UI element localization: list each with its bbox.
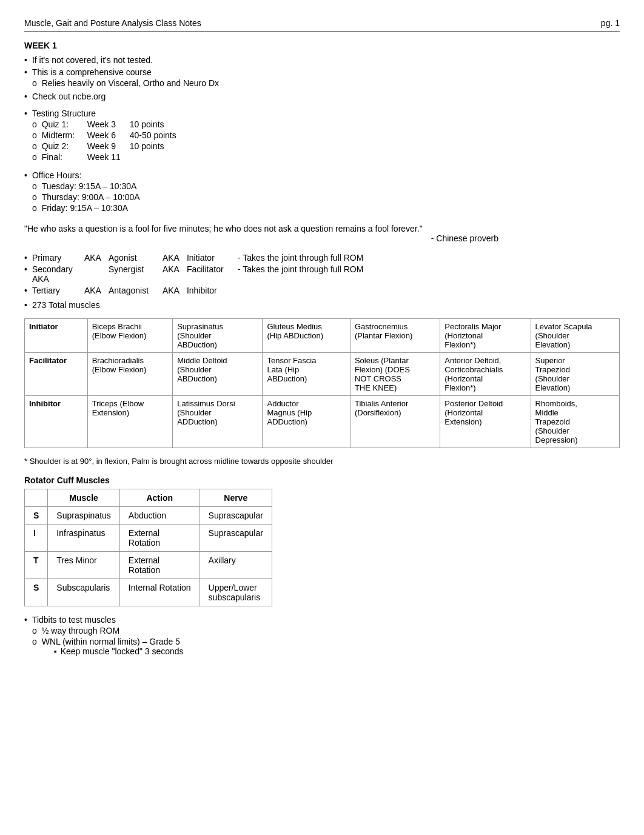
rc-nerve: Suprascapular [200, 525, 272, 552]
final-label: Final: [42, 152, 87, 162]
rc-muscle: Subscapularis [48, 579, 120, 606]
main-table-cell: Brachioradialis (Elbow Flexion) [87, 353, 173, 396]
rc-letter: T [25, 552, 48, 579]
main-table-row-header: Facilitator [25, 353, 88, 396]
term-primary-term1: Agonist [109, 253, 160, 263]
term-tertiary-label: Tertiary [32, 286, 82, 295]
term-primary-label: Primary [32, 253, 82, 263]
term-tertiary-term1: Antagonist [109, 286, 160, 295]
midterm-label: Midterm: [42, 130, 87, 140]
term-primary-aka1: AKA [84, 253, 106, 263]
midterm-points: 40-50 points [130, 130, 176, 140]
sub-bullet-list: Relies heavily on Visceral, Ortho and Ne… [32, 78, 219, 88]
office-thursday: Thursday: 9:00A – 10:00A [32, 192, 140, 202]
rc-action: Abduction [119, 507, 200, 525]
office-hours-section: Office Hours: Tuesday: 9:15A – 10:30A Th… [24, 170, 620, 214]
main-table-cell: Biceps Brachii (Elbow Flexion) [87, 319, 173, 353]
office-hours-sub-list: Tuesday: 9:15A – 10:30A Thursday: 9:00A … [32, 181, 140, 213]
testing-structure-item: Testing Structure Quiz 1: Week 3 10 poin… [24, 109, 620, 163]
week-bullets: If it's not covered, it's not tested. Th… [24, 55, 620, 101]
rc-header-blank [25, 489, 48, 507]
term-primary-desc: - Takes the joint through full ROM [238, 253, 364, 263]
main-table-cell: Superior Trapeziod (Shoulder Elevation) [531, 353, 619, 396]
main-table-cell: Gastrocnemius (Plantar Flexion) [350, 319, 440, 353]
main-table-cell: Latissimus Dorsi (Shoulder ADDuction) [173, 396, 263, 448]
term-tertiary-term2: Inhibitor [187, 286, 235, 295]
main-table-cell: Tibialis Anterior (Dorsiflexion) [350, 396, 440, 448]
quiz2-week: Week 9 [87, 141, 130, 151]
week-label: WEEK 1 [24, 41, 620, 50]
term-secondary: Secondary AKA Synergist AKA Facilitator … [24, 264, 620, 284]
quiz2-label: Quiz 2: [42, 141, 87, 151]
quiz1-label: Quiz 1: [42, 119, 87, 129]
main-table-cell: Posterior Deltoid (Horizontal Extension) [440, 396, 531, 448]
rc-muscle: Tres Minor [48, 552, 120, 579]
tidbits-section: Tidbits to test muscles ½ way through RO… [24, 615, 620, 659]
office-tuesday: Tuesday: 9:15A – 10:30A [32, 181, 140, 191]
rc-action: Internal Rotation [119, 579, 200, 606]
main-table: InitiatorBiceps Brachii (Elbow Flexion)S… [24, 318, 620, 448]
term-secondary-term2: Facilitator [187, 264, 235, 274]
main-table-cell: Anterior Deltoid, Corticobrachialis (Hor… [440, 353, 531, 396]
bullet-2: This is a comprehensive course Relies he… [24, 67, 620, 89]
midterm-row: Midterm: Week 6 40-50 points [32, 130, 176, 140]
term-secondary-label: Secondary AKA [32, 264, 82, 284]
quote-block: "He who asks a question is a fool for fi… [24, 224, 620, 243]
rc-nerve: Upper/Lower subscapularis [200, 579, 272, 606]
main-table-cell: Tensor Fascia Lata (Hip ABDuction) [263, 353, 350, 396]
final-week: Week 11 [87, 152, 130, 162]
rc-nerve: Suprascapular [200, 507, 272, 525]
rc-muscle: Supraspinatus [48, 507, 120, 525]
main-table-cell: Gluteus Medius (Hip ABDuction) [263, 319, 350, 353]
rotator-cuff-table: Muscle Action Nerve SSupraspinatusAbduct… [24, 489, 272, 606]
testing-sub-list: Quiz 1: Week 3 10 points Midterm: Week 6… [32, 119, 176, 162]
rc-letter: S [25, 579, 48, 606]
header-title: Muscle, Gait and Posture Analysis Class … [24, 18, 201, 28]
header-page: pg. 1 [601, 18, 620, 28]
quiz1-row: Quiz 1: Week 3 10 points [32, 119, 176, 129]
main-table-cell: Suprasinatus (Shoulder ABDuction) [173, 319, 263, 353]
term-primary: Primary AKA Agonist AKA Initiator - Take… [24, 253, 620, 263]
quiz2-row: Quiz 2: Week 9 10 points [32, 141, 176, 151]
sub-bullet-1: Relies heavily on Visceral, Ortho and Ne… [32, 78, 219, 88]
testing-structure-section: Testing Structure Quiz 1: Week 3 10 poin… [24, 109, 620, 163]
terms-section: Primary AKA Agonist AKA Initiator - Take… [24, 253, 620, 295]
rc-letter: S [25, 507, 48, 525]
term-primary-aka2: AKA [163, 253, 184, 263]
main-table-cell: Pectoralis Major (Horiztonal Flexion*) [440, 319, 531, 353]
quiz1-points: 10 points [130, 119, 164, 129]
tidbit-sub-sub-list: Keep muscle "locked" 3 seconds [54, 646, 184, 656]
term-secondary-desc: - Takes the joint through full ROM [238, 264, 364, 274]
tidbit-1: ½ way through ROM [32, 626, 184, 635]
main-table-cell: Middle Deltoid (Shoulder ABDuction) [173, 353, 263, 396]
main-table-cell: Rhomboids, Middle Trapezoid (Shoulder De… [531, 396, 619, 448]
total-muscles-item: 273 Total muscles [24, 300, 620, 310]
quiz2-points: 10 points [130, 141, 164, 151]
quote-attribution: - Chinese proverb [24, 233, 498, 243]
rc-action: External Rotation [119, 525, 200, 552]
rc-header-action: Action [119, 489, 200, 507]
rc-letter: I [25, 525, 48, 552]
term-primary-term2: Initiator [187, 253, 235, 263]
tidbits-item: Tidbits to test muscles ½ way through RO… [24, 615, 620, 659]
main-table-cell: Adductor Magnus (Hip ADDuction) [263, 396, 350, 448]
total-muscles-section: 273 Total muscles [24, 300, 620, 310]
tidbit-2: WNL (within normal limits) – Grade 5 Kee… [32, 637, 184, 657]
bullet-1: If it's not covered, it's not tested. [24, 55, 620, 65]
main-table-cell: Triceps (Elbow Extension) [87, 396, 173, 448]
tidbits-sub-list: ½ way through ROM WNL (within normal lim… [32, 626, 184, 657]
footnote: * Shoulder is at 90°, in flexion, Palm i… [24, 457, 620, 466]
quote-text: "He who asks a question is a fool for fi… [24, 224, 620, 233]
tidbit-keep: Keep muscle "locked" 3 seconds [54, 646, 184, 656]
bullet-3: Check out ncbe.org [24, 92, 620, 101]
office-hours-item: Office Hours: Tuesday: 9:15A – 10:30A Th… [24, 170, 620, 214]
rc-action: External Rotation [119, 552, 200, 579]
office-friday: Friday: 9:15A – 10:30A [32, 203, 140, 213]
main-table-row-header: Initiator [25, 319, 88, 353]
rc-header-nerve: Nerve [200, 489, 272, 507]
main-table-row-header: Inhibitor [25, 396, 88, 448]
quiz1-week: Week 3 [87, 119, 130, 129]
header: Muscle, Gait and Posture Analysis Class … [24, 18, 620, 32]
term-secondary-aka2: AKA [163, 264, 184, 274]
rc-header-muscle: Muscle [48, 489, 120, 507]
